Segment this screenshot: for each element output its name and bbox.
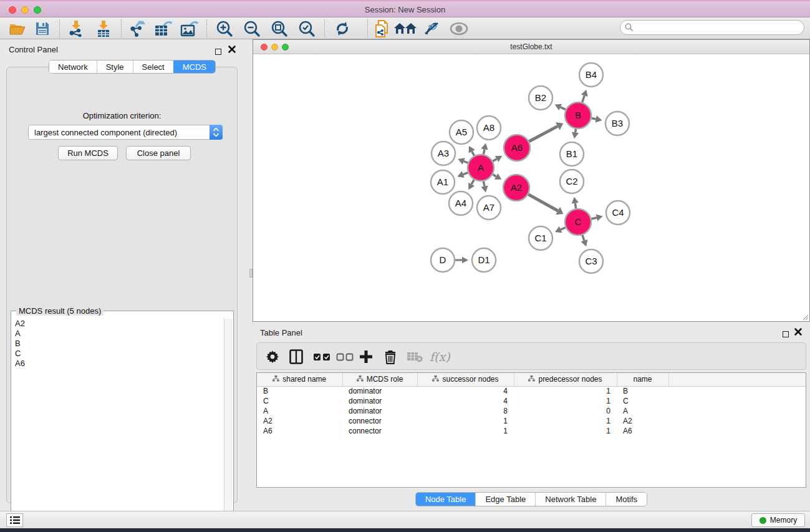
- result-scrollbar[interactable]: [224, 319, 233, 522]
- cell-predecessor-nodes[interactable]: 1: [514, 416, 617, 426]
- close-panel-icon[interactable]: [228, 46, 236, 53]
- edge-A-A2[interactable]: [493, 175, 496, 177]
- cell-name[interactable]: C: [617, 396, 668, 406]
- edge-A2-C[interactable]: [528, 195, 557, 211]
- column-header-MCDS-role[interactable]: MCDS role: [342, 373, 417, 386]
- cell-successor-nodes[interactable]: 1: [417, 426, 514, 436]
- export-table-icon[interactable]: [153, 19, 173, 38]
- cell-MCDS-role[interactable]: dominator: [342, 406, 417, 416]
- result-item[interactable]: A2: [15, 319, 223, 329]
- column-header-successor-nodes[interactable]: successor nodes: [417, 373, 514, 386]
- edge-B-B1[interactable]: [576, 129, 576, 133]
- mcds-result-list[interactable]: A2ABCA6: [12, 319, 223, 522]
- table-row[interactable]: Adominator80A: [257, 406, 806, 416]
- resize-grip-icon[interactable]: [801, 313, 809, 321]
- edge-A-A1[interactable]: [463, 173, 468, 175]
- zoom-selected-icon[interactable]: [297, 19, 317, 38]
- float-table-panel-icon[interactable]: [783, 329, 789, 340]
- deselect-all-icon[interactable]: [336, 347, 354, 366]
- cell-successor-nodes[interactable]: 1: [417, 416, 514, 426]
- cell-name[interactable]: A: [617, 406, 668, 416]
- cell-successor-nodes[interactable]: 4: [417, 386, 514, 396]
- search-input[interactable]: [620, 20, 804, 35]
- edge-A-A5[interactable]: [472, 152, 475, 156]
- import-network-icon[interactable]: [66, 19, 86, 38]
- network-window-titlebar[interactable]: testGlobe.txt: [253, 40, 809, 54]
- result-item[interactable]: C: [15, 349, 223, 359]
- show-hide-annotations-icon[interactable]: [449, 19, 469, 38]
- table-settings-gear-icon[interactable]: [266, 347, 279, 366]
- save-session-icon[interactable]: [32, 19, 52, 38]
- table-row[interactable]: Bdominator41B: [257, 386, 806, 396]
- edge-A-A6[interactable]: [493, 159, 496, 161]
- export-network-icon[interactable]: [127, 19, 147, 38]
- select-all-icon[interactable]: [313, 347, 330, 366]
- zoom-fit-icon[interactable]: [269, 19, 289, 38]
- edge-C-C2[interactable]: [575, 203, 576, 209]
- edge-A-A7[interactable]: [483, 181, 485, 186]
- export-image-icon[interactable]: [180, 19, 200, 38]
- home-layout-icon[interactable]: [393, 19, 418, 38]
- cell-predecessor-nodes[interactable]: 1: [514, 426, 617, 436]
- tab-select[interactable]: Select: [133, 60, 173, 73]
- cell-MCDS-role[interactable]: dominator: [342, 386, 417, 396]
- network-from-file-icon[interactable]: [372, 19, 392, 38]
- result-item[interactable]: A: [15, 329, 223, 339]
- cell-name[interactable]: A2: [617, 416, 668, 426]
- tab-node-table[interactable]: Node Table: [416, 493, 476, 506]
- edge-B-B3[interactable]: [592, 118, 596, 118]
- cell-name[interactable]: A6: [617, 426, 668, 436]
- cell-shared-name[interactable]: A6: [257, 426, 342, 436]
- tab-network[interactable]: Network: [49, 60, 97, 73]
- edge-A-A8[interactable]: [483, 149, 485, 154]
- tab-mcds[interactable]: MCDS: [173, 60, 215, 73]
- cell-shared-name[interactable]: B: [257, 386, 342, 396]
- cell-predecessor-nodes[interactable]: 0: [514, 406, 617, 416]
- cell-shared-name[interactable]: C: [257, 396, 342, 406]
- edge-C-C3[interactable]: [582, 235, 584, 241]
- tab-network-table[interactable]: Network Table: [535, 493, 605, 506]
- show-column-icon[interactable]: [289, 347, 303, 366]
- criterion-dropdown[interactable]: largest connected component (directed): [28, 125, 223, 140]
- node-table[interactable]: shared nameMCDS rolesuccessor nodesprede…: [256, 372, 806, 488]
- table-row[interactable]: A2connector11A2: [257, 416, 806, 426]
- edge-C-C4[interactable]: [591, 218, 597, 219]
- cell-successor-nodes[interactable]: 4: [417, 396, 514, 406]
- column-header-name[interactable]: name: [617, 373, 668, 386]
- run-mcds-button[interactable]: Run MCDS: [58, 146, 118, 160]
- hide-graphics-details-icon[interactable]: [422, 19, 441, 38]
- cell-predecessor-nodes[interactable]: 1: [514, 386, 617, 396]
- close-table-panel-icon[interactable]: [794, 328, 802, 336]
- result-item[interactable]: B: [15, 339, 223, 349]
- column-header-predecessor-nodes[interactable]: predecessor nodes: [514, 373, 617, 386]
- memory-button[interactable]: Memory: [751, 513, 805, 527]
- cell-MCDS-role[interactable]: connector: [342, 426, 417, 436]
- open-session-icon[interactable]: [7, 19, 27, 38]
- tab-style[interactable]: Style: [97, 60, 133, 73]
- cell-name[interactable]: B: [617, 386, 668, 396]
- delete-column-trash-icon[interactable]: [384, 347, 397, 366]
- edge-A6-B[interactable]: [529, 126, 557, 141]
- edge-A-A4[interactable]: [471, 180, 474, 184]
- edge-B-B4[interactable]: [582, 95, 584, 102]
- network-canvas[interactable]: B4B2BB3A8A5A6A3B1AA1C2A2A4A7C4CC1C3DD1: [253, 54, 809, 321]
- cell-MCDS-role[interactable]: connector: [342, 416, 417, 426]
- cell-predecessor-nodes[interactable]: 1: [514, 396, 617, 406]
- cell-MCDS-role[interactable]: dominator: [342, 396, 417, 406]
- table-row[interactable]: Cdominator41C: [257, 396, 806, 406]
- edge-C-C1[interactable]: [561, 228, 566, 230]
- delete-table-icon[interactable]: [407, 347, 423, 366]
- table-row[interactable]: A6connector11A6: [257, 426, 806, 436]
- task-history-button[interactable]: [6, 513, 23, 527]
- refresh-icon[interactable]: [332, 19, 352, 38]
- cell-successor-nodes[interactable]: 8: [417, 406, 514, 416]
- import-table-icon[interactable]: [94, 19, 113, 38]
- zoom-in-icon[interactable]: [215, 19, 234, 38]
- edge-A-A3[interactable]: [464, 162, 468, 163]
- tab-edge-table[interactable]: Edge Table: [475, 493, 535, 506]
- splitter-handle[interactable]: [249, 269, 253, 278]
- cell-shared-name[interactable]: A: [257, 406, 342, 416]
- add-column-icon[interactable]: [359, 347, 373, 366]
- column-header-shared-name[interactable]: shared name: [257, 373, 342, 386]
- result-item[interactable]: A6: [15, 359, 223, 369]
